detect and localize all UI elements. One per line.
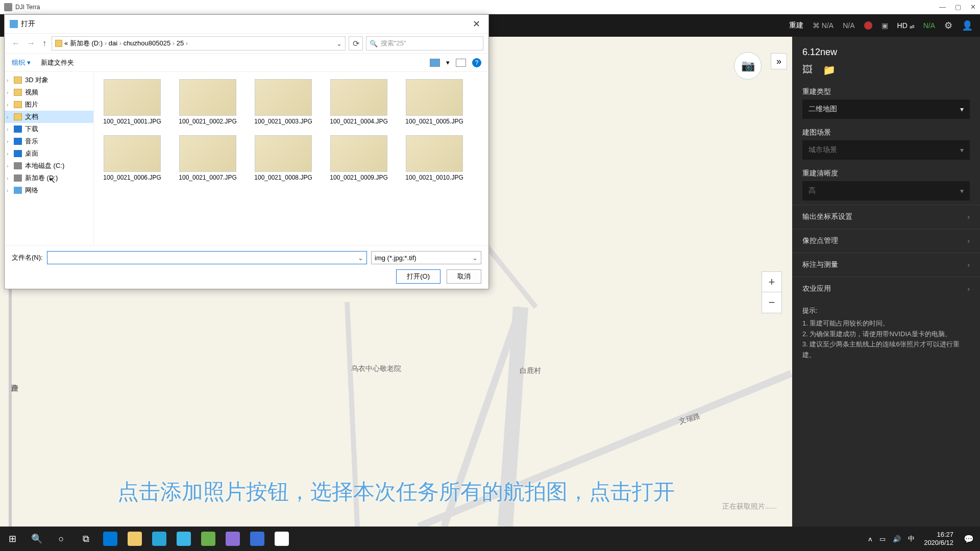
back-button[interactable]: ← [10,39,22,48]
tree-item[interactable]: ›图片 [5,98,93,111]
file-item[interactable]: 100_0021_0005.JPG [401,77,468,128]
start-button[interactable]: ⊞ [0,527,24,551]
tray-expand-icon[interactable]: ʌ [868,535,872,543]
file-item[interactable]: 100_0021_0006.JPG [99,133,165,184]
file-item[interactable]: 100_0021_0008.JPG [250,133,316,184]
taskbar-app[interactable] [270,527,294,551]
tree-item[interactable]: ›本地磁盘 (C:) [5,160,93,172]
file-filter-select[interactable]: img (*.jpg;*.tif)⌄ [371,251,481,264]
folder-tree[interactable]: ›3D 对象›视频›图片›文档›下载›音乐›桌面›本地磁盘 (C:)›新加卷 (… [5,72,94,245]
open-button[interactable]: 打开(O) [396,269,440,284]
zoom-out-button[interactable]: − [762,292,781,313]
tree-item[interactable]: ›3D 对象 [5,74,93,86]
taskbar-app[interactable] [245,527,270,551]
zoom-in-button[interactable]: + [762,272,781,292]
tree-item[interactable]: ›音乐 [5,135,93,147]
expand-icon[interactable]: › [7,151,8,157]
cortana-button[interactable]: ○ [49,527,74,551]
file-item[interactable]: 100_0021_0009.JPG [326,133,392,184]
refresh-button[interactable]: ⟳ [349,36,363,51]
taskbar-app[interactable] [147,527,172,551]
expand-icon[interactable]: › [7,163,8,169]
expand-icon[interactable]: › [7,188,8,193]
dialog-close-button[interactable]: ✕ [470,18,483,30]
expand-icon[interactable]: › [7,139,8,144]
tree-item[interactable]: ›视频 [5,86,93,98]
network-icon[interactable]: ▭ [879,535,886,543]
tree-item[interactable]: ›新加卷 (D:) [5,172,93,184]
chevron-down-icon[interactable]: ⌄ [358,254,363,262]
rebuild-button[interactable]: 重建 [789,21,803,30]
folder-tab-icon[interactable]: 📁 [823,64,836,76]
expand-panel-button[interactable]: » [771,53,787,69]
search-input[interactable]: 🔍搜索"25" [366,36,483,51]
cancel-button[interactable]: 取消 [447,269,481,284]
taskbar-app[interactable] [172,527,196,551]
expand-icon[interactable]: › [7,114,8,120]
panel-row[interactable]: 标注与测量› [792,253,980,277]
image-tab-icon[interactable]: 🖼 [802,64,813,76]
file-item[interactable]: 100_0021_0010.JPG [401,133,468,184]
search-button[interactable]: 🔍 [24,527,49,551]
close-button[interactable]: ✕ [970,3,976,11]
maximize-button[interactable]: ▢ [955,3,961,11]
expand-icon[interactable]: › [7,78,8,83]
chevron-down-icon[interactable]: ⌄ [472,254,478,262]
organize-menu[interactable]: 组织 ▾ [12,58,31,67]
expand-icon[interactable]: › [7,102,8,108]
settings-icon[interactable]: ⚙ [944,20,952,31]
volume-icon[interactable]: 🔊 [893,535,901,543]
panel-row[interactable]: 像控点管理› [792,229,980,253]
file-item[interactable]: 100_0021_0003.JPG [250,77,316,128]
help-button[interactable]: ? [472,58,481,67]
panel-row[interactable]: 农业应用› [792,277,980,300]
file-item[interactable]: 100_0021_0004.JPG [326,77,392,128]
system-tray[interactable]: ʌ ▭ 🔊 中 [863,534,920,543]
breadcrumb-dropdown-icon[interactable]: ⌄ [336,40,342,47]
chevron-down-icon: ▾ [960,187,964,195]
expand-icon[interactable]: › [7,127,8,132]
camera-button[interactable]: 📷 [734,52,762,80]
expand-icon[interactable]: › [7,176,8,181]
hint-line: 2. 为确保重建成功，请使用带NVIDIA显卡的电脑。 [802,329,970,340]
map-poi-label: 乌衣中心敬老院 [351,364,401,373]
file-list[interactable]: 100_0021_0001.JPG100_0021_0002.JPG100_00… [94,72,488,245]
panel-row[interactable]: 输出坐标系设置› [792,205,980,229]
expand-icon[interactable]: › [7,90,8,95]
forward-button[interactable]: → [25,39,37,48]
tree-item[interactable]: ›桌面 [5,147,93,160]
ime-indicator[interactable]: 中 [908,534,915,543]
chevron-down-icon[interactable]: ▾ [446,59,450,66]
breadcrumb-segment[interactable]: dai [109,39,117,47]
map-poi-label: 白鹿村 [520,366,541,375]
breadcrumb-segment[interactable]: 25 [177,39,184,47]
video-subtitle: 点击添加照片按钮，选择本次任务所有的航拍图，点击打开 [117,478,675,506]
breadcrumb-bar[interactable]: « 新加卷 (D:) › dai › chuzhou805025 › 25 › … [52,36,346,51]
breadcrumb-segment[interactable]: « [64,39,68,47]
taskbar-app[interactable] [98,527,122,551]
tree-item[interactable]: ›网络 [5,184,93,196]
view-mode-button[interactable] [430,59,440,67]
rebuild-type-select[interactable]: 二维地图▾ [802,99,970,119]
up-button[interactable]: ↑ [40,39,48,48]
breadcrumb-segment[interactable]: chuzhou805025 [124,39,171,47]
minimize-button[interactable]: — [939,3,946,11]
file-item[interactable]: 100_0021_0007.JPG [175,133,241,184]
breadcrumb-segment[interactable]: 新加卷 (D:) [70,39,103,47]
taskbar-app[interactable] [220,527,245,551]
user-icon[interactable]: 👤 [962,20,973,31]
preview-pane-button[interactable] [456,59,466,67]
tree-item[interactable]: ›文档 [5,111,93,123]
taskbar-clock[interactable]: 16:27 2020/6/12 [920,531,958,546]
file-item[interactable]: 100_0021_0002.JPG [175,77,241,128]
tree-item[interactable]: ›下载 [5,123,93,135]
scene-select[interactable]: 城市场景▾ [802,140,970,160]
task-view-button[interactable]: ⧉ [74,527,98,551]
clarity-select[interactable]: 高▾ [802,181,970,201]
filename-input[interactable]: ⌄ [47,251,367,264]
notification-center-button[interactable]: 💬 [958,527,980,551]
file-item[interactable]: 100_0021_0001.JPG [99,77,165,128]
taskbar-app[interactable] [122,527,147,551]
taskbar-app[interactable] [196,527,220,551]
new-folder-button[interactable]: 新建文件夹 [41,58,74,67]
